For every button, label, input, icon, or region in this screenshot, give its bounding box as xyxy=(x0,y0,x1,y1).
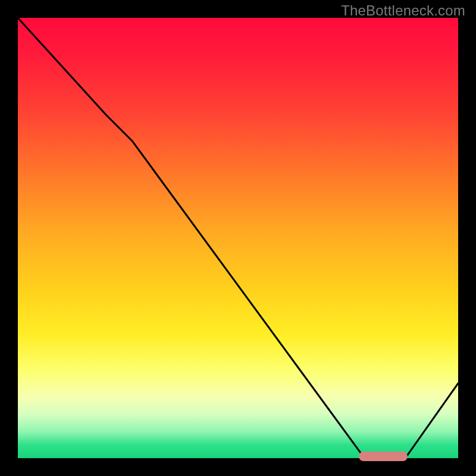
watermark-text: TheBottleneck.com xyxy=(341,2,465,19)
gradient-background xyxy=(18,18,458,458)
chart-frame xyxy=(18,18,458,458)
optimal-range-marker xyxy=(359,452,408,461)
